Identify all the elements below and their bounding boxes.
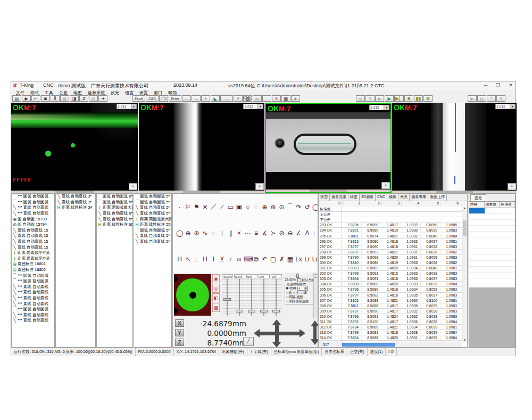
list-item[interactable]: ⌒圆弧 自动圆弧 5* [134,200,171,205]
list-item[interactable]: ⌒*** 圆弧 自动圆弧 [12,200,54,205]
toolbar-button[interactable]: ▥ [89,95,98,102]
toolbar-button[interactable]: Ⅱ [51,95,60,102]
list-item[interactable]: ╲*** 直线 自动直线 [12,312,54,318]
list-item[interactable]: ⌒*** 圆弧 自动圆弧 [12,273,54,278]
tool-icon[interactable]: ♀ [227,256,235,263]
list-item[interactable]: H距离 线性标注 55 [134,222,171,228]
status-segment[interactable]: 世界坐标系 [322,348,347,356]
toolbar-button[interactable]: ⇵ [79,95,88,102]
table-row[interactable]: 下公差 [319,217,462,223]
tool-icon[interactable]: ⌨ [244,256,252,263]
status-segment[interactable]: 运行次数=316,OK=316,NG=0,良率=100.00((00:18:20… [11,348,136,356]
table-row[interactable]: 297 OK7.87978.50901.48181.09310.80381.09… [319,244,462,250]
menu-item[interactable]: 坐标系统 [88,90,105,96]
tab-element[interactable]: 图元 [470,194,486,201]
list-item[interactable]: ╲*** 直线 自动直线 [12,284,54,290]
toolbar-button[interactable]: ◨ [70,95,79,102]
jog-z-up-arrow[interactable] [311,320,318,326]
table-hscrollbar[interactable]: 317 [319,342,462,347]
chevron-down-icon[interactable]: ▾ [510,104,515,109]
list-item[interactable]: ⌒圆弧 自动圆弧 5* [134,228,171,234]
table-row[interactable]: 295 OK7.88118.50741.48211.09320.80401.09… [319,233,462,238]
slider-thumb[interactable] [236,310,243,312]
camera-2-view[interactable]: OKM:7 1-212▾ ⌕ [139,103,264,193]
menu-item[interactable]: 帮助 [168,90,177,96]
tool-icon[interactable]: ⊥ [218,229,226,237]
tool-icon[interactable]: ⚐ [184,203,192,211]
table-row[interactable]: 309 OK7.87978.50901.48171.09320.80381.09… [319,309,462,314]
list-item[interactable]: ╲直线 自动直线 15 [12,239,54,245]
results-tab[interactable]: 测量元素 [330,194,348,201]
toolbar-button[interactable]: ⧉ [365,95,375,102]
tool-icon[interactable]: ⊙ [278,203,286,211]
default-mode-checkbox[interactable] [297,278,301,282]
light-slider[interactable]: 0% [271,274,282,316]
slider-track[interactable] [222,279,233,316]
table-row[interactable]: 303 OK7.88068.50911.48181.09350.80371.09… [319,276,462,282]
ring-light-preview[interactable] [174,274,211,316]
status-segment[interactable]: X,Y:-14.1761,103.6784 [174,348,220,356]
table-row[interactable]: 312 OK7.87848.50891.48211.09340.80391.09… [319,325,462,330]
tool-icon[interactable]: ∿ [201,229,209,237]
list-item[interactable]: ⌒圆弧 自动圆弧 5* [134,194,171,200]
column-header[interactable]: 1 [342,201,362,207]
camera-3-view-selected[interactable]: OKM:7 1-212▾ ⌕ [265,103,392,193]
table-row[interactable]: 307 OK7.88028.50881.48211.09300.81001.09… [319,298,462,303]
linear-move-button[interactable]: ╱ [243,337,254,346]
table-vscrollbar[interactable]: ▲▼ [462,207,467,342]
tool-icon[interactable]: × [235,229,243,237]
list-item[interactable]: ⊖直径标注 18801 [12,261,54,267]
selected-cell[interactable] [469,208,485,213]
toolbar-button[interactable]: ◙ [41,95,50,102]
list-item[interactable]: ⟨距离 两直线平均距 [12,256,54,262]
slider-track[interactable] [259,279,270,316]
menu-item[interactable]: 设置 [139,90,148,96]
magnifier-icon[interactable]: ⌕ [381,182,390,189]
list-item[interactable]: ╲*** 直线 自动直线 [12,290,54,295]
toolbar-button[interactable]: Enter [169,95,181,102]
tool-icon[interactable]: ⚑ [193,203,201,211]
magnifier-icon[interactable]: ⌕ [255,183,264,190]
results-tab[interactable]: CNC [376,194,387,201]
tool-icon[interactable]: ✕ [201,203,209,211]
list-item[interactable]: ⌒*** 圆弧 自动圆弧 [12,278,54,284]
chevron-down-icon[interactable]: ▾ [257,104,263,109]
table-row[interactable]: 304 OK7.88098.50891.48201.09330.80391.09… [319,282,462,287]
tool-icon[interactable]: Λ [303,229,311,237]
tool-icon[interactable]: Lx [295,256,303,263]
list-item[interactable]: ╲*** 直线 自动直线 [12,295,54,301]
toolbar-button[interactable]: ⌐· [31,95,40,102]
tool-icon[interactable]: ▭ [227,203,235,211]
list-item[interactable]: H距离 线性标注 66 [97,222,132,228]
tool-icon[interactable]: ⧉ [252,256,260,263]
list-item[interactable]: ⊕圆 自动圆 15793 [12,216,54,222]
menu-item[interactable]: 工具 [45,90,53,96]
toolbar-button[interactable]: ▶▏ [394,95,404,102]
toolbar-button[interactable]: ← [182,95,191,102]
toolbar-button[interactable]: ✦ [201,95,210,102]
list-item[interactable]: ╲直线 自动直线 15 [12,228,54,234]
light-segment-icon[interactable]: ◧ [212,293,220,302]
toolbar-button[interactable]: CAD [146,95,159,102]
menu-item[interactable]: 窗口 [154,90,162,96]
menu-item[interactable]: 模式 [30,90,39,96]
status-segment[interactable]: 正交(关) [347,348,368,356]
table-row[interactable]: 299 OK7.87908.50931.48201.09310.80581.09… [319,255,462,260]
tool-icon[interactable]: ▦ [286,256,294,263]
menu-item[interactable]: 文件 [16,90,24,96]
toolbar-button[interactable]: ✳ [272,95,281,102]
tool-icon[interactable]: ↖ [184,256,192,263]
menu-item[interactable]: 语言 [125,90,134,96]
table-row[interactable]: 311 OK7.87928.51001.48171.09350.80381.09… [319,319,462,325]
tool-icon[interactable]: ∠ [295,229,303,237]
list-item[interactable]: ⟨距离 两圆弧最大距 [97,205,132,211]
camera-2-range-dropdown[interactable]: 1-212▾ [243,104,263,109]
jog-y-up-arrow[interactable] [272,319,281,325]
radio-option[interactable]: ○ 黑白伪彩观察 [286,299,309,303]
status-segment[interactable]: R/A:0.0000,0.0000 [136,348,174,356]
tool-icon[interactable]: ／ [210,202,218,211]
results-tab[interactable]: 模板 [387,194,398,201]
chevron-down-icon[interactable]: ▾ [384,105,389,110]
tool-icon[interactable]: ↷ [295,203,303,211]
tool-icon[interactable]: ↺ [303,203,311,211]
